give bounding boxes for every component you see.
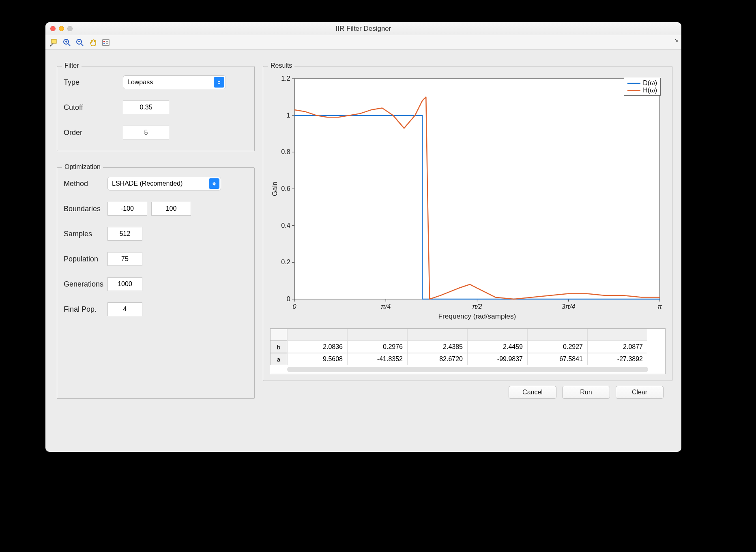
svg-line-8 — [81, 44, 83, 46]
results-chart: 00.20.40.60.811.20π/4π/23π/4πFrequency (… — [270, 74, 666, 321]
filter-cutoff-input[interactable] — [123, 101, 169, 114]
table-corner-cell — [270, 329, 287, 341]
chevron-updown-icon — [209, 178, 219, 189]
table-row-b: b 2.0836 0.2976 2.4385 2.4459 0.2927 2.0… — [270, 341, 665, 353]
svg-text:0.6: 0.6 — [281, 185, 290, 192]
svg-text:0.8: 0.8 — [281, 148, 290, 155]
table-row-a: a 9.5608 -41.8352 82.6720 -99.9837 67.58… — [270, 353, 665, 365]
window-title: IIR Filter Designer — [45, 25, 681, 33]
zoom-out-icon[interactable] — [74, 37, 86, 48]
legend-d-label: D(ω) — [643, 79, 657, 87]
svg-text:Frequency (rad/samples): Frequency (rad/samples) — [438, 312, 516, 320]
legend-h-label: H(ω) — [643, 87, 657, 94]
filter-type-select[interactable]: Lowpass — [123, 75, 226, 89]
svg-rect-10 — [103, 41, 105, 42]
table-scrollbar[interactable] — [287, 367, 648, 372]
cell-a-4[interactable]: 67.5841 — [527, 353, 587, 365]
window-maximize-button[interactable] — [67, 26, 73, 31]
filter-order-input[interactable] — [123, 126, 169, 139]
data-cursor-icon[interactable] — [48, 37, 60, 48]
cell-a-0[interactable]: 9.5608 — [287, 353, 347, 365]
chevron-updown-icon — [214, 77, 224, 88]
svg-text:1.2: 1.2 — [281, 75, 290, 82]
filter-type-value: Lowpass — [127, 79, 153, 86]
svg-rect-0 — [52, 39, 56, 43]
cell-a-3[interactable]: -99.9837 — [467, 353, 527, 365]
svg-rect-11 — [103, 43, 105, 44]
opt-finalpop-input[interactable] — [107, 302, 142, 316]
filter-order-label: Order — [64, 128, 120, 137]
filter-type-label: Type — [64, 78, 120, 87]
cell-b-4[interactable]: 0.2927 — [527, 341, 587, 353]
clear-button[interactable]: Clear — [616, 386, 664, 399]
cell-b-0[interactable]: 2.0836 — [287, 341, 347, 353]
svg-text:π/2: π/2 — [472, 303, 482, 310]
legend-toggle-icon[interactable] — [100, 37, 112, 48]
cell-b-3[interactable]: 2.4459 — [467, 341, 527, 353]
svg-text:0: 0 — [287, 295, 290, 302]
results-group: Results 00.20.40.60.811.20π/4π/23π/4πFre… — [263, 66, 672, 381]
coefficients-table: b 2.0836 0.2976 2.4385 2.4459 0.2927 2.0… — [270, 328, 666, 374]
svg-text:1: 1 — [287, 111, 290, 119]
run-button[interactable]: Run — [562, 386, 610, 399]
opt-samples-input[interactable] — [107, 227, 142, 241]
cell-b-1[interactable]: 0.2976 — [347, 341, 407, 353]
opt-method-select[interactable]: LSHADE (Recomended) — [107, 177, 221, 190]
opt-boundaries-hi-input[interactable] — [151, 202, 191, 216]
optimization-group-title: Optimization — [62, 163, 103, 171]
svg-rect-14 — [294, 79, 660, 299]
opt-boundaries-lo-input[interactable] — [107, 202, 147, 216]
svg-text:π/4: π/4 — [381, 303, 391, 310]
cell-b-2[interactable]: 2.4385 — [407, 341, 467, 353]
titlebar: IIR Filter Designer — [45, 22, 681, 35]
svg-text:3π/4: 3π/4 — [562, 303, 576, 310]
svg-text:0.4: 0.4 — [281, 222, 290, 229]
table-header-row — [270, 329, 665, 341]
window-minimize-button[interactable] — [59, 26, 64, 31]
results-group-title: Results — [268, 62, 294, 69]
cell-a-2[interactable]: 82.6720 — [407, 353, 467, 365]
window-close-button[interactable] — [50, 26, 56, 31]
svg-point-1 — [50, 45, 52, 46]
filter-cutoff-label: Cutoff — [64, 103, 120, 112]
svg-text:0.2: 0.2 — [281, 258, 290, 265]
row-b-header[interactable]: b — [270, 341, 287, 353]
pan-icon[interactable] — [87, 37, 99, 48]
filter-group: Filter Type Lowpass Cutoff Order — [57, 66, 255, 151]
opt-population-input[interactable] — [107, 252, 142, 266]
opt-method-value: LSHADE (Recomended) — [112, 180, 183, 187]
svg-text:π: π — [657, 303, 662, 310]
svg-line-5 — [68, 44, 70, 46]
toolbar-dock-arrow-icon[interactable]: ↘ — [674, 38, 678, 43]
action-buttons: Cancel Run Clear — [263, 381, 672, 399]
svg-text:0: 0 — [292, 303, 296, 310]
opt-generations-input[interactable] — [107, 277, 142, 291]
row-a-header[interactable]: a — [270, 353, 287, 365]
filter-group-title: Filter — [62, 62, 82, 69]
svg-rect-9 — [103, 40, 109, 45]
figure-toolbar: ↘ — [45, 35, 681, 50]
svg-text:Gain: Gain — [271, 182, 279, 196]
optimization-group: Optimization Method LSHADE (Recomended) … — [57, 167, 255, 399]
cell-b-5[interactable]: 2.0877 — [587, 341, 647, 353]
app-window: IIR Filter Designer ↘ Filter Type — [45, 22, 681, 452]
zoom-in-icon[interactable] — [61, 37, 73, 48]
cancel-button[interactable]: Cancel — [509, 386, 556, 399]
chart-legend[interactable]: D(ω) H(ω) — [624, 78, 661, 96]
cell-a-1[interactable]: -41.8352 — [347, 353, 407, 365]
cell-a-5[interactable]: -27.3892 — [587, 353, 647, 365]
